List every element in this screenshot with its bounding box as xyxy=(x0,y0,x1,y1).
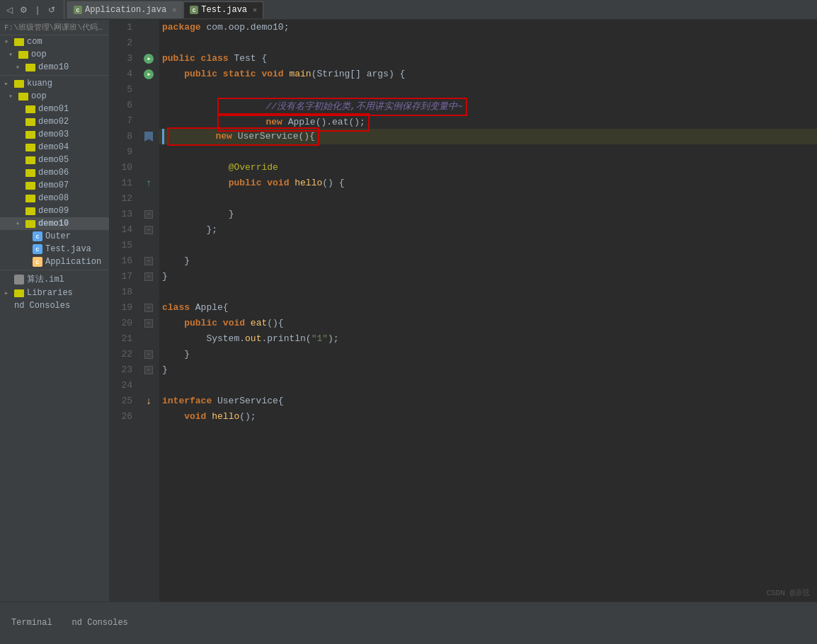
code-line-24 xyxy=(159,378,817,393)
outer-java-icon: C xyxy=(33,231,42,241)
sidebar-item-consoles[interactable]: nd Consoles xyxy=(0,299,109,312)
sidebar-item-demo04[interactable]: demo04 xyxy=(0,141,109,154)
gutter-14[interactable]: - xyxy=(138,222,159,238)
sidebar-item-com[interactable]: ▾ com xyxy=(0,35,109,48)
fold-icon-20[interactable]: - xyxy=(144,319,153,328)
code-line-26: void hello(); xyxy=(159,409,817,425)
sidebar-item-demo08[interactable]: demo08 xyxy=(0,192,109,205)
code-text-1: package com.oop.demo10; xyxy=(159,20,289,35)
run-config-button[interactable]: | xyxy=(31,4,44,16)
gutter-25[interactable]: ↓ xyxy=(138,393,159,409)
gutter-4[interactable] xyxy=(138,67,159,82)
code-line-16: } xyxy=(159,253,817,269)
sidebar-label-iml: 算法.iml xyxy=(27,273,64,285)
arrow-icon: ▾ xyxy=(16,63,23,71)
gutter-13[interactable]: - xyxy=(138,207,159,222)
tab-bar: ◁ ⚙ | ↺ C Application.java ✕ C Test.java… xyxy=(0,0,817,20)
sidebar-item-demo01[interactable]: demo01 xyxy=(0,103,109,115)
tab-application[interactable]: C Application.java ✕ xyxy=(67,1,183,18)
code-editor[interactable]: package com.oop.demo10; public class Tes… xyxy=(159,20,817,602)
bookmark-icon-8[interactable] xyxy=(144,132,153,142)
sidebar-item-demo10[interactable]: ▾ demo10 xyxy=(0,217,109,230)
line-num-14: 14 xyxy=(113,222,132,238)
fold-icon-23[interactable]: - xyxy=(144,366,153,374)
gutter-15 xyxy=(138,238,159,253)
code-text-24 xyxy=(159,378,168,393)
gutter-11[interactable]: ↑ xyxy=(138,176,159,191)
tab-test[interactable]: C Test.java ✕ xyxy=(183,1,263,18)
gutter-17[interactable]: - xyxy=(138,269,159,284)
consoles-tab[interactable]: nd Consoles xyxy=(67,616,134,631)
gutter-16[interactable]: - xyxy=(138,253,159,269)
gutter-8[interactable] xyxy=(138,129,159,144)
code-text-19: class Apple{ xyxy=(159,300,229,316)
folder-com-icon xyxy=(14,38,24,46)
gutter-6 xyxy=(138,98,159,113)
fold-icon-14[interactable]: - xyxy=(144,226,153,234)
sidebar-item-oop2[interactable]: ▾ oop xyxy=(0,90,109,103)
folder-demo07-icon xyxy=(25,182,35,190)
folder-demo06-icon xyxy=(25,169,35,177)
run-icon-3[interactable] xyxy=(144,54,154,64)
line-num-11: 11 xyxy=(113,176,132,191)
arrow-icon: ▸ xyxy=(4,79,11,88)
code-text-14: }; xyxy=(159,222,217,238)
sidebar-path: F:\班级管理\网课班\代码\Ja xyxy=(0,20,109,35)
folder-demo03-icon xyxy=(25,131,35,139)
line-num-22: 22 xyxy=(113,347,132,362)
back-button[interactable]: ◁ xyxy=(3,4,16,16)
sidebar-item-application[interactable]: C Application xyxy=(0,255,109,268)
code-text-25: interface UserService{ xyxy=(159,393,284,409)
code-line-19: class Apple{ xyxy=(159,300,817,316)
sidebar-item-testjava[interactable]: C Test.java xyxy=(0,243,109,255)
gutter-23[interactable]: - xyxy=(138,362,159,378)
sidebar-label-consoles: nd Consoles xyxy=(14,301,70,311)
sidebar-label: demo07 xyxy=(38,180,69,190)
fold-icon-19[interactable]: - xyxy=(144,304,153,312)
sidebar-item-demo05[interactable]: demo05 xyxy=(0,154,109,166)
test-tab-close[interactable]: ✕ xyxy=(253,6,257,14)
sidebar-label-demo10-top: demo10 xyxy=(38,62,69,72)
code-text-18 xyxy=(159,284,168,300)
testjava-icon: C xyxy=(33,244,42,254)
sidebar-item-libraries[interactable]: ▸ Libraries xyxy=(0,287,109,299)
sidebar-label: demo03 xyxy=(38,130,69,139)
code-line-12 xyxy=(159,191,817,207)
gutter-12 xyxy=(138,191,159,207)
code-line-25: interface UserService{ xyxy=(159,393,817,409)
sidebar-item-demo10-top[interactable]: ▾ demo10 xyxy=(0,61,109,74)
gutter-20[interactable]: - xyxy=(138,316,159,331)
sidebar-item-demo02[interactable]: demo02 xyxy=(0,115,109,128)
run-icon-4[interactable] xyxy=(144,69,154,79)
fold-icon-13[interactable]: - xyxy=(144,210,153,219)
sidebar-item-demo09[interactable]: demo09 xyxy=(0,205,109,217)
sidebar-item-iml[interactable]: 算法.iml xyxy=(0,272,109,287)
gutter-3[interactable] xyxy=(138,51,159,67)
forward-button[interactable]: ⚙ xyxy=(17,4,30,16)
code-text-15 xyxy=(159,238,168,253)
step-button[interactable]: ↺ xyxy=(45,4,58,16)
line-num-26: 26 xyxy=(113,409,132,425)
sidebar-item-demo07[interactable]: demo07 xyxy=(0,179,109,192)
implement-down-icon: ↓ xyxy=(146,396,152,407)
line-num-25: 25 xyxy=(113,393,132,409)
fold-icon-17[interactable]: - xyxy=(144,272,153,281)
fold-icon-16[interactable]: - xyxy=(144,257,153,265)
sidebar-item-outer[interactable]: C Outer xyxy=(0,230,109,243)
sidebar-item-kuang[interactable]: ▸ kuang xyxy=(0,77,109,90)
sidebar-item-demo06[interactable]: demo06 xyxy=(0,166,109,179)
line-num-1: 1 xyxy=(113,20,132,35)
sidebar-item-oop[interactable]: ▾ oop xyxy=(0,48,109,61)
sidebar-label-com: com xyxy=(27,37,42,47)
folder-demo05-icon xyxy=(25,156,35,164)
line-num-16: 16 xyxy=(113,253,132,269)
gutter-22[interactable]: - xyxy=(138,347,159,362)
fold-icon-22[interactable]: - xyxy=(144,350,153,359)
sidebar-label-oop2: oop xyxy=(31,91,47,101)
gutter-19[interactable]: - xyxy=(138,300,159,316)
main-area: F:\班级管理\网课班\代码\Ja ▾ com ▾ oop ▾ demo10 ▸… xyxy=(0,20,817,602)
application-tab-close[interactable]: ✕ xyxy=(172,6,176,14)
terminal-tab[interactable]: Terminal xyxy=(6,616,58,631)
sidebar-item-demo03[interactable]: demo03 xyxy=(0,128,109,141)
watermark: CSDN @凉弦 xyxy=(766,587,810,598)
